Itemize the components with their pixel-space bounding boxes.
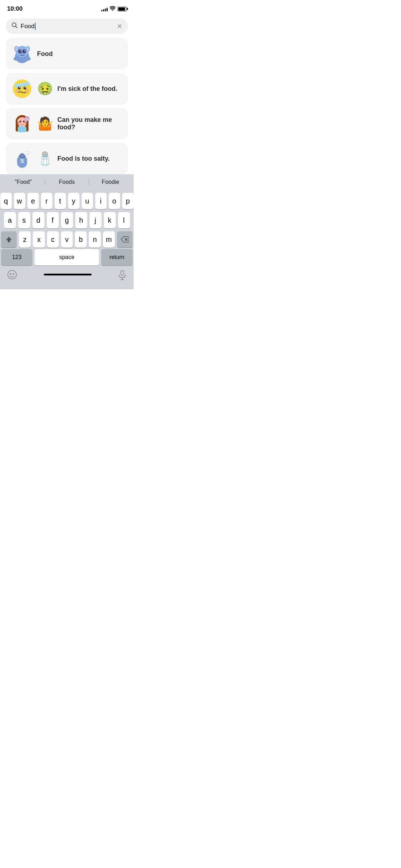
result-avatar-girl bbox=[11, 113, 33, 134]
result-text-salty: Food is too salty. bbox=[57, 155, 122, 162]
key-row-3: z x c v b n m bbox=[1, 231, 133, 248]
key-x[interactable]: x bbox=[33, 231, 45, 248]
key-b[interactable]: b bbox=[75, 231, 87, 248]
key-c[interactable]: c bbox=[47, 231, 59, 248]
key-g[interactable]: g bbox=[61, 212, 73, 228]
key-s[interactable]: s bbox=[18, 212, 30, 228]
result-emoji-sick: 🤢 bbox=[37, 81, 53, 96]
key-i[interactable]: i bbox=[95, 193, 107, 209]
signal-bars-icon bbox=[101, 7, 108, 11]
result-item-makefood[interactable]: 🤷 Can you make me food? bbox=[6, 108, 128, 139]
svg-point-30 bbox=[17, 122, 20, 125]
result-item-salty[interactable]: S 🧂 Food is too salty. bbox=[6, 143, 128, 174]
svg-rect-53 bbox=[121, 270, 124, 275]
clear-button[interactable]: ✕ bbox=[117, 22, 122, 30]
key-q[interactable]: q bbox=[0, 193, 12, 209]
result-avatar-sick bbox=[11, 78, 33, 99]
svg-point-7 bbox=[27, 47, 29, 51]
svg-point-43 bbox=[23, 155, 24, 156]
svg-point-45 bbox=[27, 154, 29, 155]
shift-button[interactable] bbox=[1, 231, 17, 248]
key-row-1: q w e r t y u i o p bbox=[1, 193, 133, 209]
home-indicator bbox=[44, 274, 92, 275]
key-d[interactable]: d bbox=[32, 212, 45, 228]
key-f[interactable]: f bbox=[47, 212, 59, 228]
key-l[interactable]: l bbox=[118, 212, 130, 228]
delete-button[interactable] bbox=[117, 231, 133, 248]
svg-point-6 bbox=[15, 47, 17, 51]
svg-point-28 bbox=[20, 121, 21, 123]
svg-text:S: S bbox=[20, 158, 24, 164]
key-a[interactable]: a bbox=[4, 212, 16, 228]
key-r[interactable]: r bbox=[41, 193, 52, 209]
svg-point-8 bbox=[18, 50, 22, 53]
autocomplete-bar: "Food" Foods Foodie bbox=[0, 174, 134, 190]
svg-point-46 bbox=[29, 152, 30, 153]
salt-emoji: 🧂 bbox=[37, 151, 53, 166]
wifi-icon bbox=[110, 6, 115, 12]
svg-point-22 bbox=[19, 87, 20, 88]
svg-point-29 bbox=[23, 121, 25, 123]
keyboard: "Food" Foods Foodie q w e r t y u i o p … bbox=[0, 174, 134, 289]
svg-point-10 bbox=[20, 50, 21, 51]
svg-point-51 bbox=[10, 273, 11, 275]
search-icon bbox=[11, 22, 18, 30]
svg-point-23 bbox=[25, 87, 26, 88]
result-item-sick[interactable]: 🤢 I'm sick of the food. bbox=[6, 73, 128, 104]
result-avatar-salt: S bbox=[11, 148, 33, 169]
svg-point-12 bbox=[21, 53, 23, 54]
key-e[interactable]: e bbox=[27, 193, 39, 209]
svg-point-50 bbox=[8, 270, 16, 279]
autocomplete-exact[interactable]: "Food" bbox=[1, 176, 45, 188]
svg-point-33 bbox=[25, 117, 29, 120]
key-row-2: a s d f g h j k l bbox=[1, 212, 133, 228]
result-text-makefood: Can you make me food? bbox=[57, 116, 122, 131]
search-input[interactable]: Food bbox=[21, 23, 114, 30]
svg-point-20 bbox=[18, 87, 21, 89]
key-w[interactable]: w bbox=[14, 193, 25, 209]
space-button[interactable]: space bbox=[35, 249, 99, 265]
emoji-button[interactable] bbox=[7, 270, 17, 282]
key-h[interactable]: h bbox=[75, 212, 87, 228]
key-p[interactable]: p bbox=[122, 193, 134, 209]
svg-point-13 bbox=[14, 57, 18, 61]
svg-point-41 bbox=[21, 155, 22, 156]
key-y[interactable]: y bbox=[68, 193, 79, 209]
svg-point-9 bbox=[22, 50, 26, 53]
key-o[interactable]: o bbox=[109, 193, 120, 209]
key-v[interactable]: v bbox=[61, 231, 73, 248]
status-bar: 10:00 bbox=[0, 0, 134, 16]
autocomplete-foods[interactable]: Foods bbox=[45, 176, 88, 188]
status-time: 10:00 bbox=[7, 5, 22, 12]
svg-point-14 bbox=[26, 57, 31, 61]
key-m[interactable]: m bbox=[103, 231, 115, 248]
key-j[interactable]: j bbox=[89, 212, 102, 228]
svg-point-31 bbox=[24, 122, 27, 125]
svg-point-52 bbox=[13, 273, 14, 275]
result-avatar-monster bbox=[11, 43, 33, 64]
search-bar[interactable]: Food ✕ bbox=[6, 19, 128, 34]
battery-icon bbox=[118, 7, 127, 11]
svg-line-1 bbox=[16, 26, 17, 28]
person-shrug-emoji: 🤷 bbox=[37, 116, 53, 131]
status-icons bbox=[101, 6, 127, 12]
numbers-button[interactable]: 123 bbox=[1, 249, 32, 265]
result-emoji-salty: 🧂 bbox=[37, 151, 53, 166]
svg-point-11 bbox=[24, 50, 25, 51]
microphone-button[interactable] bbox=[118, 270, 127, 282]
key-u[interactable]: u bbox=[82, 193, 93, 209]
result-emoji-makefood: 🤷 bbox=[37, 116, 53, 131]
return-button[interactable]: return bbox=[101, 249, 133, 265]
result-item-food[interactable]: Food bbox=[6, 38, 128, 69]
svg-point-21 bbox=[24, 87, 26, 89]
key-n[interactable]: n bbox=[89, 231, 101, 248]
key-t[interactable]: t bbox=[55, 193, 66, 209]
cursor bbox=[35, 23, 36, 30]
result-text-food: Food bbox=[37, 50, 122, 58]
result-text-sick: I'm sick of the food. bbox=[57, 85, 122, 93]
nausea-emoji: 🤢 bbox=[37, 81, 53, 96]
svg-point-47 bbox=[26, 151, 27, 152]
key-k[interactable]: k bbox=[104, 212, 116, 228]
autocomplete-foodie[interactable]: Foodie bbox=[89, 176, 132, 188]
key-z[interactable]: z bbox=[19, 231, 31, 248]
